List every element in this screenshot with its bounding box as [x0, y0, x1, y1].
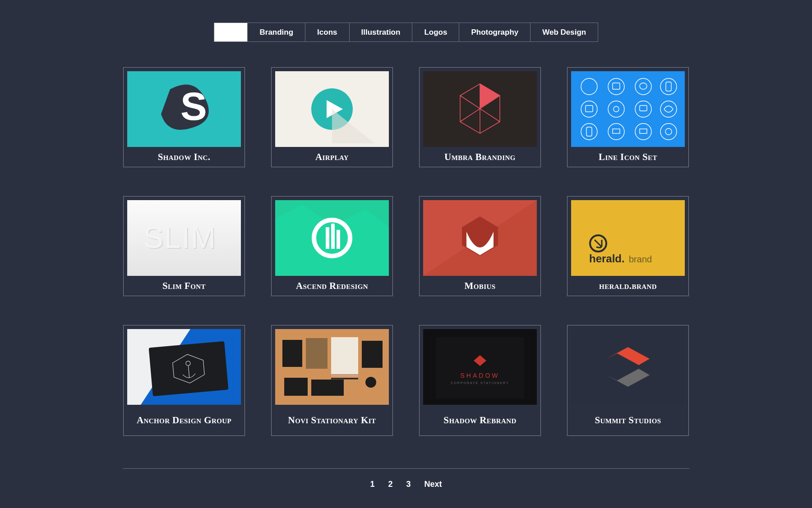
- card-title: Summit Studios: [571, 405, 685, 431]
- svg-rect-62: [311, 380, 344, 396]
- svg-text:herald.: herald.: [589, 252, 625, 265]
- thumb-anchor: [127, 329, 241, 405]
- svg-text:CORPORATE STATIONERY: CORPORATE STATIONERY: [451, 381, 509, 384]
- thumb-airplay: [275, 71, 389, 147]
- svg-rect-71: [571, 329, 685, 405]
- portfolio-card-line-icons[interactable]: Line Icon Set: [567, 67, 689, 167]
- card-title: Shadow Inc.: [127, 147, 241, 162]
- portfolio-card-novi[interactable]: Novi Stationary Kit: [271, 325, 393, 436]
- thumb-novi: [275, 329, 389, 405]
- portfolio-card-airplay[interactable]: Airplay: [271, 67, 393, 167]
- svg-text:SHADOW: SHADOW: [461, 372, 500, 379]
- portfolio-card-slim[interactable]: SLIM SLIM Slim Font: [123, 196, 245, 296]
- filter-photography[interactable]: Photography: [459, 23, 530, 42]
- svg-rect-58: [306, 338, 328, 369]
- card-title: Mobius: [423, 276, 537, 291]
- svg-text:brand: brand: [629, 254, 652, 264]
- portfolio-card-ascend[interactable]: Ascend Redesign: [271, 196, 393, 296]
- svg-rect-57: [282, 340, 302, 367]
- svg-rect-59: [331, 337, 358, 374]
- portfolio-card-shadow-rebrand[interactable]: SHADOW CORPORATE STATIONERY Shadow Rebra…: [419, 325, 541, 436]
- page-3[interactable]: 3: [406, 480, 411, 489]
- card-title: Line Icon Set: [571, 147, 685, 162]
- thumb-slim: SLIM SLIM: [127, 200, 241, 276]
- portfolio-card-shadow-inc[interactable]: S Shadow Inc.: [123, 67, 245, 167]
- card-title: Shadow Rebrand: [423, 405, 537, 431]
- pager-divider: [123, 468, 689, 469]
- filter-illustration[interactable]: Illustration: [349, 23, 412, 42]
- card-title: Airplay: [275, 147, 389, 162]
- svg-rect-61: [284, 378, 308, 396]
- svg-rect-60: [362, 341, 383, 368]
- thumb-line-icons: [571, 71, 685, 147]
- thumb-shadow-rebrand: SHADOW CORPORATE STATIONERY: [423, 329, 537, 405]
- filter-web-design[interactable]: Web Design: [530, 23, 598, 42]
- portfolio-card-herald[interactable]: herald. brand herald.brand: [567, 196, 689, 296]
- card-title: Anchor Design Group: [127, 405, 241, 431]
- filter-tabs: All Branding Icons Illustration Logos Ph…: [123, 23, 689, 42]
- svg-rect-42: [331, 224, 335, 249]
- pagination: 1 2 3 Next: [123, 480, 689, 508]
- svg-point-65: [365, 377, 376, 388]
- portfolio-card-mobius[interactable]: Mobius: [419, 196, 541, 296]
- thumb-umbra: [423, 71, 537, 147]
- svg-rect-67: [436, 337, 524, 398]
- svg-text:S: S: [180, 84, 207, 128]
- filter-icons[interactable]: Icons: [305, 23, 349, 42]
- card-title: Ascend Redesign: [275, 276, 389, 291]
- thumb-ascend: [275, 200, 389, 276]
- card-title: Novi Stationary Kit: [275, 405, 389, 431]
- svg-rect-12: [571, 71, 685, 147]
- card-title: Slim Font: [127, 276, 241, 291]
- portfolio-card-umbra[interactable]: Umbra Branding: [419, 67, 541, 167]
- filter-branding[interactable]: Branding: [247, 23, 305, 42]
- card-title: herald.brand: [571, 276, 685, 291]
- thumb-herald: herald. brand: [571, 200, 685, 276]
- page-2[interactable]: 2: [388, 480, 392, 489]
- portfolio-grid: S Shadow Inc. Airplay: [123, 67, 689, 436]
- thumb-mobius: [423, 200, 537, 276]
- card-title: Umbra Branding: [423, 147, 537, 162]
- filter-all[interactable]: All: [214, 23, 248, 42]
- svg-rect-43: [337, 230, 340, 249]
- portfolio-card-anchor[interactable]: Anchor Design Group: [123, 325, 245, 436]
- portfolio-card-summit[interactable]: Summit Studios: [567, 325, 689, 436]
- page-next[interactable]: Next: [424, 480, 442, 489]
- page-1[interactable]: 1: [370, 480, 374, 489]
- filter-logos[interactable]: Logos: [412, 23, 459, 42]
- thumb-summit: [571, 329, 685, 405]
- svg-rect-46: [571, 200, 685, 276]
- thumb-shadow-inc: S: [127, 71, 241, 147]
- svg-text:SLIM: SLIM: [143, 221, 217, 254]
- svg-rect-41: [326, 227, 329, 249]
